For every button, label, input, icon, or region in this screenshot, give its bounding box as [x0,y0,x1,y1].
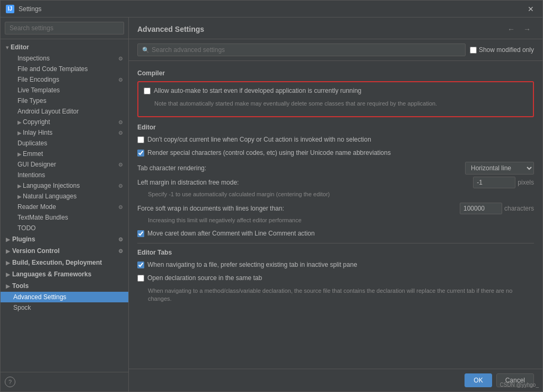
soft-wrap-input[interactable] [460,203,502,214]
open-declaration-checkbox[interactable] [137,275,144,282]
sidebar-item-advanced-settings[interactable]: Advanced Settings [1,292,128,302]
show-modified-label[interactable]: Show modified only [470,46,534,54]
settings-icon-copyright: ⚙ [118,119,123,125]
setting-move-caret: Move caret down after Comment with Line … [137,229,534,238]
sidebar-item-emmet[interactable]: ▶Emmet [1,149,128,159]
tab-rendering-select[interactable]: Horizontal line Arrow None [465,162,534,175]
window-title: Settings [19,5,524,13]
setting-auto-make: Allow auto-make to start even if develop… [144,86,528,95]
sidebar-section-plugins[interactable]: ▶ Plugins ⚙ [1,233,128,245]
app-icon: IJ [6,5,14,13]
left-margin-note: Specify -1 to use automatically calculat… [148,190,534,198]
sidebar-item-file-types[interactable]: File Types [1,95,128,106]
sidebar-item-inspections[interactable]: Inspections ⚙ [1,53,128,64]
sidebar-footer: ? [1,372,128,391]
close-button[interactable]: ✕ [524,3,537,15]
move-caret-checkbox[interactable] [137,230,144,237]
section-title-compiler: Compiler [137,69,534,77]
sidebar-item-intentions[interactable]: Intentions [1,170,128,180]
sidebar-item-file-code-templates[interactable]: File and Code Templates [1,64,128,74]
section-title-editor-tabs: Editor Tabs [137,249,534,256]
expand-arrow-languages: ▶ [6,272,10,277]
back-button[interactable]: ← [504,24,518,34]
left-margin-control: pixels [473,177,534,188]
setting-left-margin: Left margin in distraction free mode: pi… [137,177,534,188]
search-box-container: 🔍 [137,43,466,56]
expand-arrow-tools: ▶ [6,283,10,289]
sidebar-item-android-layout[interactable]: Android Layout Editor [1,106,128,117]
auto-make-label: Allow auto-make to start even if develop… [154,86,362,95]
cancel-button[interactable]: Cancel [496,373,534,387]
sidebar-item-language-injections[interactable]: ▶Language Injections ⚙ [1,180,128,191]
prefer-existing-tab-label: When navigating to a file, prefer select… [147,260,357,269]
soft-wrap-control: characters [460,203,534,214]
sidebar-section-tools[interactable]: ▶ Tools [1,280,128,292]
settings-window: IJ Settings ✕ ▾ Editor Inspections ⚙ [0,0,543,392]
sidebar: ▾ Editor Inspections ⚙ File and Code Tem… [1,18,129,391]
sidebar-section-vcs[interactable]: ▶ Version Control ⚙ [1,245,128,257]
copy-cut-checkbox[interactable] [137,136,144,143]
soft-wrap-unit: characters [504,205,534,212]
soft-wrap-label: Force soft wrap in documents with lines … [137,205,456,212]
sidebar-search-input[interactable] [5,22,124,34]
panel-header: Advanced Settings ← → [129,18,542,39]
left-margin-label: Left margin in distraction free mode: [137,179,469,186]
left-margin-unit: pixels [518,179,534,186]
sidebar-item-todo[interactable]: TODO [1,223,128,233]
settings-icon-gui: ⚙ [118,162,123,168]
expand-arrow-build: ▶ [6,260,10,266]
expand-arrow-vcs: ▶ [6,248,10,254]
move-caret-label: Move caret down after Comment with Line … [147,229,314,238]
forward-button[interactable]: → [520,24,534,34]
sidebar-tree: ▾ Editor Inspections ⚙ File and Code Tem… [1,39,128,372]
soft-wrap-note: Increasing this limit will negatively af… [148,216,534,224]
sidebar-search-container [1,18,128,39]
sidebar-section-build[interactable]: ▶ Build, Execution, Deployment [1,257,128,268]
tab-rendering-control: Horizontal line Arrow None [465,162,534,175]
main-content: ▾ Editor Inspections ⚙ File and Code Tem… [1,18,542,391]
sidebar-section-languages[interactable]: ▶ Languages & Frameworks [1,268,128,280]
tab-rendering-label: Tab character rendering: [137,164,461,172]
section-title-editor: Editor [137,124,534,131]
divider-editor-tabs [137,243,534,243]
sidebar-item-file-encodings[interactable]: File Encodings ⚙ [1,74,128,85]
auto-make-checkbox[interactable] [144,88,151,94]
setting-render-special: Render special characters (control codes… [137,149,534,158]
expand-arrow-editor: ▾ [6,45,8,50]
settings-icon-lang: ⚙ [118,183,123,189]
sidebar-item-copyright[interactable]: ▶Copyright ⚙ [1,117,128,127]
sidebar-item-reader-mode[interactable]: Reader Mode ⚙ [1,202,128,212]
left-margin-input[interactable] [473,177,515,188]
help-button[interactable]: ? [5,377,15,387]
advanced-search-input[interactable] [152,46,461,54]
compiler-highlighted-section: Allow auto-make to start even if develop… [137,81,534,117]
sidebar-item-duplicates[interactable]: Duplicates [1,138,128,149]
prefer-existing-tab-checkbox[interactable] [137,262,144,268]
open-declaration-note: When navigating to a method/class/variab… [148,287,534,303]
sidebar-item-spock[interactable]: Spock [1,302,128,313]
sidebar-item-gui-designer[interactable]: GUI Designer ⚙ [1,159,128,170]
sidebar-item-textmate[interactable]: TextMate Bundles [1,212,128,223]
search-icon: 🔍 [142,47,150,54]
ok-button[interactable]: OK [465,373,492,387]
setting-tab-rendering: Tab character rendering: Horizontal line… [137,162,534,175]
setting-copy-cut: Don't copy/cut current line when Copy or… [137,135,534,144]
panel-search-bar: 🔍 Show modified only [129,39,542,61]
panel-title: Advanced Settings [137,25,204,33]
titlebar: IJ Settings ✕ [1,1,542,18]
expand-arrow-plugins: ▶ [6,237,10,242]
sidebar-section-editor[interactable]: ▾ Editor [1,41,128,53]
settings-icon-inspections: ⚙ [118,56,123,62]
sidebar-item-live-templates[interactable]: Live Templates [1,85,128,95]
show-modified-checkbox[interactable] [470,47,477,54]
sidebar-item-inlay-hints[interactable]: ▶Inlay Hints ⚙ [1,127,128,138]
panel-nav: ← → [504,24,534,34]
right-panel: Advanced Settings ← → 🔍 Show modified on… [129,18,542,391]
setting-open-declaration: Open declaration source in the same tab [137,274,534,283]
open-declaration-label: Open declaration source in the same tab [147,274,262,283]
sidebar-item-natural-languages[interactable]: ▶Natural Languages [1,191,128,202]
settings-icon-inlay: ⚙ [118,130,123,136]
setting-prefer-existing-tab: When navigating to a file, prefer select… [137,260,534,269]
auto-make-note: Note that automatically started make may… [154,100,528,108]
render-special-checkbox[interactable] [137,150,144,156]
